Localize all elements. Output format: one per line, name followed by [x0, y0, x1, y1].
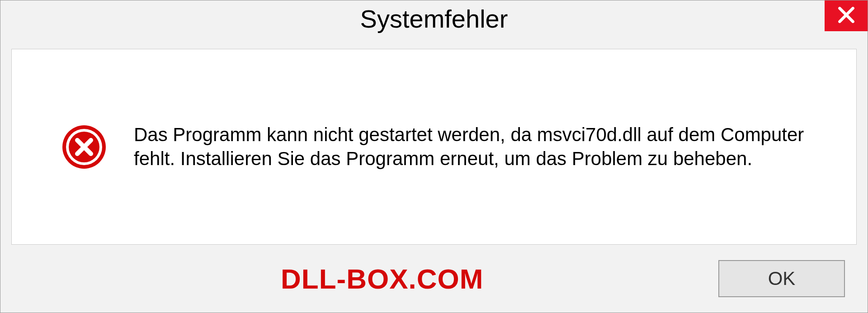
error-dialog: Systemfehler Das Programm kann nicht ges… [0, 0, 868, 313]
close-icon [836, 5, 856, 27]
dialog-footer: DLL-BOX.COM OK [0, 245, 868, 313]
error-icon [61, 124, 107, 170]
content-panel: Das Programm kann nicht gestartet werden… [11, 49, 857, 245]
close-button[interactable] [825, 0, 868, 31]
ok-button-label: OK [768, 268, 796, 289]
error-message: Das Programm kann nicht gestartet werden… [134, 123, 820, 171]
watermark-text: DLL-BOX.COM [281, 263, 483, 295]
titlebar: Systemfehler [0, 0, 868, 43]
ok-button[interactable]: OK [718, 260, 845, 297]
dialog-title: Systemfehler [360, 0, 508, 33]
